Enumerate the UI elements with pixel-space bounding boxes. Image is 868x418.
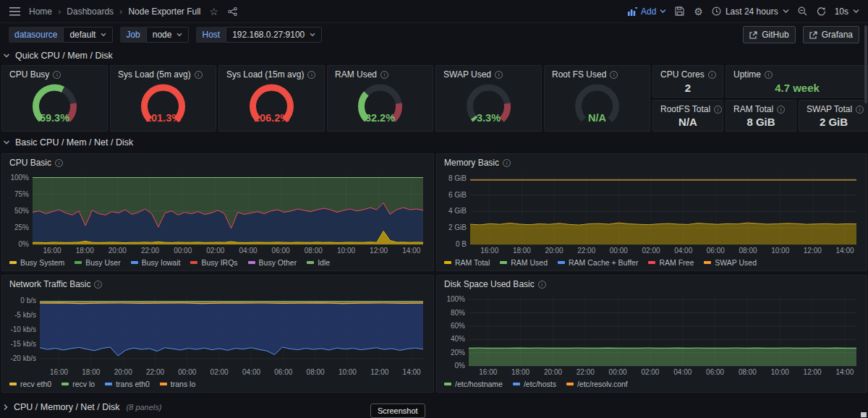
stat-value: N/A: [653, 115, 723, 131]
svg-text:14:00: 14:00: [835, 247, 854, 255]
legend-item[interactable]: Busy User: [75, 258, 120, 267]
info-icon[interactable]: [380, 71, 388, 79]
legend-swatch-icon: [307, 261, 314, 264]
legend-item[interactable]: /etc/hosts: [513, 380, 556, 388]
panel-title[interactable]: Uptime: [733, 69, 761, 80]
github-link-label: GitHub: [762, 30, 788, 40]
legend-item[interactable]: RAM Free: [648, 258, 694, 267]
panel-title[interactable]: Root FS Used: [552, 69, 606, 80]
variable-datasource-select[interactable]: default: [63, 27, 113, 43]
scrollbar-thumb[interactable]: [864, 25, 867, 103]
info-icon[interactable]: [538, 281, 546, 289]
legend-item[interactable]: Idle: [307, 258, 330, 267]
legend-item[interactable]: SWAP Used: [704, 258, 757, 267]
panel-disk-space-used-basic: Disk Space Used Basic 100%80%60%40%20%0%…: [436, 275, 867, 393]
panel-title[interactable]: RAM Total: [733, 104, 773, 114]
legend-item[interactable]: recv lo: [61, 380, 95, 388]
row-header-basic[interactable]: Basic CPU / Mem / Net / Disk: [3, 133, 867, 152]
row-header-cpu-memory-net-disk[interactable]: CPU / Memory / Net / Disk (8 panels): [3, 399, 867, 415]
info-icon[interactable]: [714, 106, 722, 114]
row-panel-count: (8 panels): [127, 403, 162, 411]
legend-item[interactable]: trans eth0: [105, 380, 150, 388]
legend-item[interactable]: Busy Iowait: [131, 258, 181, 267]
variable-host-select[interactable]: 192.168.0.27:9100: [226, 27, 322, 43]
info-icon[interactable]: [765, 71, 773, 79]
save-dashboard-button[interactable]: [674, 6, 685, 17]
info-icon[interactable]: [94, 281, 102, 289]
panel-title[interactable]: Disk Space Used Basic: [444, 279, 535, 289]
legend-item[interactable]: /etc/hostname: [444, 380, 503, 388]
info-icon[interactable]: [503, 159, 511, 167]
svg-text:20:00: 20:00: [544, 368, 562, 376]
svg-text:75%: 75%: [14, 190, 29, 198]
legend-item[interactable]: RAM Used: [500, 258, 548, 267]
variable-host-label: Host: [196, 27, 226, 43]
panel-title[interactable]: RAM Used: [335, 69, 377, 80]
breadcrumb-home[interactable]: Home: [29, 7, 52, 17]
panel-title[interactable]: CPU Busy: [9, 69, 49, 80]
info-icon[interactable]: [55, 159, 63, 167]
cpu-basic-plot[interactable]: 100%75%50%25%0%16:0018:0020:0022:0000:00…: [8, 169, 427, 256]
info-icon[interactable]: [777, 106, 785, 114]
info-icon[interactable]: [53, 71, 61, 79]
menu-toggle-button[interactable]: [9, 7, 21, 17]
svg-text:00:00: 00:00: [174, 247, 192, 255]
refresh-button[interactable]: [816, 6, 827, 17]
zoom-out-icon: [798, 7, 807, 16]
legend-item[interactable]: /etc/resolv.conf: [566, 380, 628, 388]
legend-item[interactable]: Busy IRQs: [190, 258, 237, 267]
disk-space-legend: /etc/hostname/etc/hosts/etc/resolv.conf: [444, 378, 859, 389]
info-icon[interactable]: [856, 106, 864, 114]
svg-text:14:00: 14:00: [403, 368, 421, 376]
add-panel-button[interactable]: Add: [628, 7, 666, 17]
legend-swatch-icon: [513, 383, 520, 385]
svg-text:22:00: 22:00: [576, 368, 595, 376]
share-button[interactable]: [227, 7, 238, 17]
panel-title[interactable]: Sys Load (15m avg): [226, 69, 304, 80]
legend-item[interactable]: Busy Other: [248, 258, 297, 267]
chevron-down-icon: [660, 9, 666, 14]
refresh-interval-picker[interactable]: 10s: [835, 7, 859, 17]
panel-title[interactable]: SWAP Total: [807, 104, 852, 114]
panel-ram-total: RAM Total 8 GiB: [726, 100, 796, 132]
github-link-button[interactable]: GitHub: [743, 26, 795, 43]
legend-item[interactable]: RAM Cache + Buffer: [558, 258, 638, 267]
info-icon[interactable]: [610, 71, 618, 79]
legend-item[interactable]: recv eth0: [9, 380, 51, 388]
network-traffic-plot[interactable]: 0 b/s-5 kb/s-10 kb/s-15 kb/s-20 kb/s16:0…: [8, 291, 427, 378]
panel-sys-load-15m: Sys Load (15m avg) 106.2%: [218, 65, 325, 132]
dashboard-settings-button[interactable]: ⚙: [693, 6, 704, 17]
panel-title[interactable]: CPU Cores: [660, 69, 705, 80]
disk-space-plot[interactable]: 100%80%60%40%20%0%16:0018:0020:0022:0000…: [443, 291, 861, 378]
memory-basic-plot[interactable]: 8 GiB6 GiB4 GiB2 GiB0 B16:0018:0020:0022…: [443, 169, 861, 256]
dashboard-canvas: Quick CPU / Mem / Disk CPU Busy 59.3% Sy…: [1, 46, 867, 418]
external-link-icon: [809, 31, 817, 39]
svg-text:10:00: 10:00: [337, 247, 355, 255]
grafana-link-button[interactable]: Grafana: [803, 26, 859, 43]
info-icon[interactable]: [708, 71, 716, 79]
chevron-down-icon: [853, 9, 859, 14]
panel-title[interactable]: RootFS Total: [660, 104, 710, 114]
panel-title[interactable]: Network Traffic Basic: [9, 279, 90, 289]
panel-title[interactable]: CPU Basic: [9, 158, 51, 168]
dashboard-submenu: datasource default Job node Host 192.168…: [0, 23, 868, 46]
info-icon[interactable]: [495, 71, 503, 79]
variable-job-select[interactable]: node: [146, 27, 190, 43]
breadcrumb-dashboards[interactable]: Dashboards: [67, 7, 114, 17]
svg-text:100%: 100%: [10, 174, 29, 182]
legend-item[interactable]: trans lo: [160, 380, 195, 388]
info-icon[interactable]: [307, 71, 315, 79]
row-header-quick[interactable]: Quick CPU / Mem / Disk: [3, 48, 867, 64]
svg-text:16:00: 16:00: [480, 247, 498, 255]
legend-item[interactable]: Busy System: [9, 258, 64, 267]
info-icon[interactable]: [195, 71, 203, 79]
favorite-star-button[interactable]: ☆: [208, 6, 219, 17]
time-range-picker[interactable]: Last 24 hours: [712, 7, 789, 17]
legend-item[interactable]: RAM Total: [444, 258, 490, 267]
panel-title[interactable]: Memory Basic: [444, 158, 499, 168]
panel-title[interactable]: Sys Load (5m avg): [118, 69, 191, 80]
svg-text:12:00: 12:00: [804, 368, 822, 376]
zoom-out-time-button[interactable]: [797, 6, 808, 17]
variable-job: Job node: [120, 27, 189, 43]
panel-title[interactable]: SWAP Used: [443, 69, 491, 80]
